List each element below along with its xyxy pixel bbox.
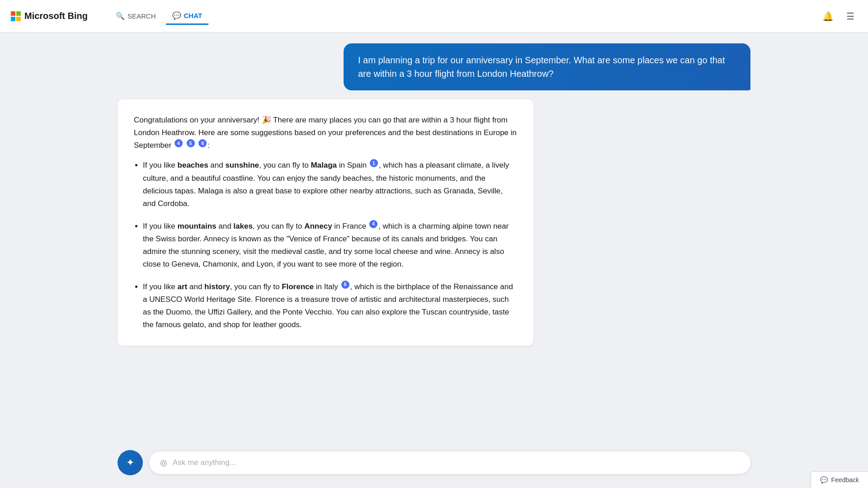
citation-4b[interactable]: 4 bbox=[369, 220, 377, 228]
nav-search-label: SEARCH bbox=[127, 12, 156, 20]
bold-art: art bbox=[178, 282, 188, 291]
bing-btn-icon: ✦ bbox=[126, 457, 134, 469]
citation-6b[interactable]: 6 bbox=[341, 281, 349, 289]
bold-beaches: beaches bbox=[178, 161, 208, 169]
chat-input[interactable] bbox=[173, 458, 740, 467]
header: Microsoft Bing 🔍 SEARCH 💬 CHAT 🔔 ☰ bbox=[0, 0, 868, 33]
citation-6a[interactable]: 6 bbox=[198, 139, 207, 147]
bing-logo-squares bbox=[11, 11, 21, 21]
nav-chat-label: CHAT bbox=[184, 12, 203, 19]
ai-response-intro: Congratulations on your anniversary! 🎉 T… bbox=[134, 114, 517, 152]
chat-area: I am planning a trip for our anniversary… bbox=[0, 43, 868, 445]
ai-response-list: If you like beaches and sunshine, you ca… bbox=[143, 159, 517, 331]
header-right: 🔔 ☰ bbox=[820, 8, 857, 24]
logo-square-yellow bbox=[16, 17, 21, 21]
logo-square-red bbox=[11, 11, 15, 16]
bing-chat-button[interactable]: ✦ bbox=[118, 450, 143, 475]
bold-sunshine: sunshine bbox=[225, 161, 259, 169]
user-message-text: I am planning a trip for our anniversary… bbox=[358, 55, 725, 79]
citation-4[interactable]: 4 bbox=[175, 139, 183, 147]
search-input-wrapper: ◎ bbox=[149, 451, 750, 474]
user-message: I am planning a trip for our anniversary… bbox=[344, 43, 750, 90]
nav-items: 🔍 SEARCH 💬 CHAT bbox=[109, 8, 208, 25]
ai-response: Congratulations on your anniversary! 🎉 T… bbox=[118, 99, 533, 346]
feedback-label: Feedback bbox=[831, 476, 859, 483]
citation-5[interactable]: 5 bbox=[187, 139, 195, 147]
logo-square-blue bbox=[11, 17, 15, 21]
notification-button[interactable]: 🔔 bbox=[820, 8, 836, 24]
list-item-florence: If you like art and history, you can fly… bbox=[143, 281, 517, 331]
bold-florence: Florence bbox=[282, 282, 314, 291]
feedback-button[interactable]: 💬 Feedback bbox=[811, 471, 868, 488]
bold-malaga: Malaga bbox=[311, 161, 337, 169]
logo-square-green bbox=[16, 11, 21, 16]
menu-button[interactable]: ☰ bbox=[844, 8, 857, 24]
list-item-malaga: If you like beaches and sunshine, you ca… bbox=[143, 159, 517, 210]
bold-lakes: lakes bbox=[233, 222, 253, 230]
search-nav-icon: 🔍 bbox=[116, 12, 125, 20]
input-area: ✦ ◎ bbox=[0, 445, 868, 481]
main-content: I am planning a trip for our anniversary… bbox=[0, 33, 868, 488]
feedback-icon: 💬 bbox=[820, 476, 828, 483]
bold-history: history bbox=[204, 282, 230, 291]
nav-chat[interactable]: 💬 CHAT bbox=[166, 8, 209, 25]
chat-nav-icon: 💬 bbox=[172, 11, 181, 20]
logo-text: Microsoft Bing bbox=[24, 11, 88, 21]
list-item-annecy: If you like mountains and lakes, you can… bbox=[143, 220, 517, 271]
citation-1[interactable]: 1 bbox=[370, 159, 378, 167]
bold-annecy: Annecy bbox=[304, 222, 332, 230]
nav-search[interactable]: 🔍 SEARCH bbox=[109, 8, 162, 24]
bing-logo: Microsoft Bing bbox=[11, 11, 88, 21]
input-search-icon: ◎ bbox=[160, 458, 167, 468]
bold-mountains: mountains bbox=[178, 222, 217, 230]
logo-area: Microsoft Bing bbox=[11, 11, 88, 21]
